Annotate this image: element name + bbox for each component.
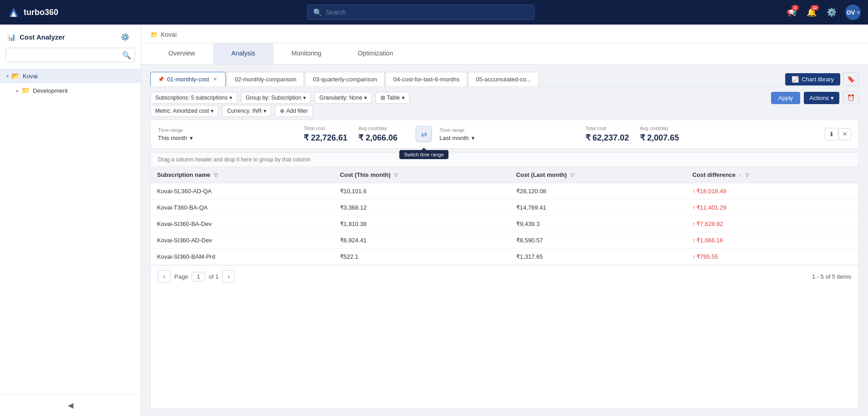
- table-header-row: Subscription name ▽ Cost (This month) ▽ …: [151, 167, 858, 183]
- sidebar-title: 📊 Cost Analyzer: [7, 33, 65, 41]
- search-bar[interactable]: 🔍: [307, 5, 535, 20]
- search-input[interactable]: [326, 9, 529, 16]
- currency-filter[interactable]: Currency: INR ▾: [222, 105, 271, 117]
- download-btn[interactable]: ⬇: [825, 128, 838, 140]
- time-range-right: Time range Last month ▾: [439, 127, 574, 141]
- cell-last-month-4: ₹1,317.65: [510, 249, 686, 265]
- cell-last-month-2: ₹9,439.3: [510, 216, 686, 232]
- next-page-btn[interactable]: ›: [222, 270, 235, 283]
- search-wrapper: 🔍: [64, 5, 778, 20]
- chevron-down-icon: ▾: [264, 108, 266, 114]
- alarm-btn[interactable]: ⏰: [843, 91, 859, 104]
- cell-diff-1: ₹11,401.29: [686, 200, 858, 216]
- cell-name-4: Kovai-SI360-BAM-Prd: [151, 249, 334, 265]
- cell-this-month-0: ₹10,101.6: [334, 183, 510, 200]
- search-icon: 🔍: [313, 8, 322, 17]
- table-row: Kovai-SI360-BAM-Prd ₹522.1 ₹1,317.65 ₹79…: [151, 249, 858, 265]
- chevron-down-icon: ▾: [472, 135, 475, 141]
- inner-area: 📌 01-monthly-cost ✕ 02-monthly-compariso…: [141, 65, 868, 416]
- sub-tab-monthly-comparison[interactable]: 02-monthly-comparison: [227, 72, 304, 86]
- tab-monitoring[interactable]: Monitoring: [274, 43, 340, 64]
- sidebar-nav: ▾ 📂 Kovai ▸ 📁 Development: [0, 67, 141, 394]
- chevron-down-icon: ▾: [6, 74, 9, 79]
- col-cost-diff-filter-icon[interactable]: ▽: [745, 172, 749, 178]
- download-icon: ⬇: [829, 130, 834, 138]
- alarm-icon: ⏰: [847, 94, 855, 101]
- apply-btn[interactable]: Apply: [771, 92, 801, 104]
- switch-time-range-btn[interactable]: ⇄ Switch time range: [416, 126, 432, 142]
- folder-breadcrumb-icon: 📁: [150, 31, 158, 38]
- main-tabs: Overview Analysis Monitoring Optimizatio…: [141, 43, 868, 65]
- tab-optimization[interactable]: Optimization: [340, 43, 411, 64]
- cell-this-month-4: ₹522.1: [334, 249, 510, 265]
- subscriptions-filter[interactable]: Subscriptions: 5 subscriptions ▾: [150, 92, 237, 104]
- col-last-month-filter-icon[interactable]: ▽: [570, 172, 574, 178]
- time-range-right-select[interactable]: Last month ▾: [439, 135, 574, 141]
- chevron-down-icon: ▾: [303, 95, 306, 101]
- drag-hint: Drag a column header and drop it here to…: [151, 153, 858, 167]
- tab-analysis[interactable]: Analysis: [213, 43, 273, 64]
- of-label: of 1: [209, 273, 219, 280]
- breadcrumb-kovai: Kovai: [161, 31, 177, 38]
- view-filter[interactable]: ⊞ Table ▾: [376, 92, 410, 104]
- granularity-filter[interactable]: Granularity: None ▾: [315, 92, 372, 104]
- add-filter-btn[interactable]: ⊕ Add filter: [275, 105, 313, 117]
- filter-row-2: Metric: Amortized cost ▾ Currency: INR ▾…: [150, 105, 859, 120]
- col-subscription-name: Subscription name ▽: [151, 167, 334, 183]
- announcements-btn[interactable]: 📢 3: [783, 4, 800, 20]
- brand-logo[interactable]: turbo360: [7, 6, 58, 19]
- group-by-filter[interactable]: Group by: Subscription ▾: [241, 92, 311, 104]
- collapse-sidebar-btn[interactable]: ◀: [64, 399, 77, 411]
- brand-name: turbo360: [24, 8, 58, 17]
- close-comparison-btn[interactable]: ✕: [838, 128, 851, 140]
- sidebar-search-box[interactable]: 🔍: [5, 48, 135, 62]
- sub-tab-accumulated[interactable]: 05-accumulated-co...: [468, 72, 538, 86]
- cell-last-month-0: ₹28,120.08: [510, 183, 686, 200]
- cell-last-month-1: ₹14,769.41: [510, 200, 686, 216]
- metric-filter[interactable]: Metric: Amortized cost ▾: [150, 105, 218, 117]
- sidebar-search-icon: 🔍: [122, 51, 131, 60]
- cost-analyzer-icon: 📊: [7, 33, 16, 41]
- tab-overview[interactable]: Overview: [150, 43, 213, 64]
- sidebar-header: 📊 Cost Analyzer ⚙️: [0, 25, 141, 48]
- cell-diff-4: ₹795.55: [686, 249, 858, 265]
- bookmark-btn[interactable]: 🔖: [843, 72, 859, 86]
- col-cost-diff-sort-icon[interactable]: ↑: [739, 172, 742, 178]
- total-cost-left: Total cost ₹ 22,726.61: [304, 125, 347, 143]
- chart-library-btn[interactable]: 📈 Chart library: [785, 73, 840, 85]
- page-label: Page: [174, 273, 188, 280]
- current-page: 1: [192, 272, 205, 281]
- bookmark-icon: 🔖: [847, 75, 855, 83]
- sidebar-item-kovai[interactable]: ▾ 📂 Kovai: [0, 69, 141, 83]
- sub-tab-quarterly-comparison[interactable]: 03-quarterly-comparison: [305, 72, 385, 86]
- alerts-btn[interactable]: 🔔 12: [803, 4, 820, 20]
- content-area: 📁 Kovai Overview Analysis Monitoring Opt…: [141, 25, 868, 416]
- chevron-down-icon: ▾: [211, 108, 213, 114]
- sidebar-search-input[interactable]: [10, 52, 122, 59]
- user-initials: DV: [847, 9, 855, 16]
- settings-btn[interactable]: ⚙️: [823, 4, 840, 20]
- cell-this-month-2: ₹1,810.38: [334, 216, 510, 232]
- sub-tab-close-btn[interactable]: ✕: [212, 76, 218, 83]
- col-cost-diff: Cost difference ↑ ▽: [686, 167, 858, 183]
- prev-page-btn[interactable]: ‹: [158, 270, 171, 283]
- table-row: Kovai-SI360-BA-Dev ₹1,810.38 ₹9,439.3 ₹7…: [151, 216, 858, 232]
- sidebar-item-development-label: Development: [33, 87, 68, 94]
- table-row: Kovai-T360-BA-QA ₹3,368.12 ₹14,769.41 ₹1…: [151, 200, 858, 216]
- sub-tab-cost-6months[interactable]: 04-cost-for-last-6-months: [386, 72, 467, 86]
- actions-btn[interactable]: Actions ▾: [804, 92, 839, 104]
- time-range-left-select[interactable]: This month ▾: [158, 135, 293, 141]
- top-nav: turbo360 🔍 📢 3 🔔 12 ⚙️ DV ▾: [0, 0, 868, 25]
- sidebar-settings-btn[interactable]: ⚙️: [117, 31, 133, 43]
- col-subscription-filter-icon[interactable]: ▽: [214, 172, 218, 178]
- cell-diff-0: ₹18,018.49: [686, 183, 858, 200]
- chart-icon: 📈: [792, 76, 799, 83]
- user-avatar[interactable]: DV ▾: [845, 5, 861, 20]
- alerts-badge: 12: [811, 5, 819, 10]
- sidebar-collapse-area: ◀: [0, 394, 141, 416]
- sub-tab-monthly-cost[interactable]: 📌 01-monthly-cost ✕: [150, 72, 226, 86]
- time-range-section: Time range This month ▾ Total cost ₹ 22,…: [150, 120, 859, 149]
- sidebar-item-development[interactable]: ▸ 📁 Development: [0, 83, 141, 98]
- cell-this-month-1: ₹3,368.12: [334, 200, 510, 216]
- col-this-month-filter-icon[interactable]: ▽: [394, 172, 398, 178]
